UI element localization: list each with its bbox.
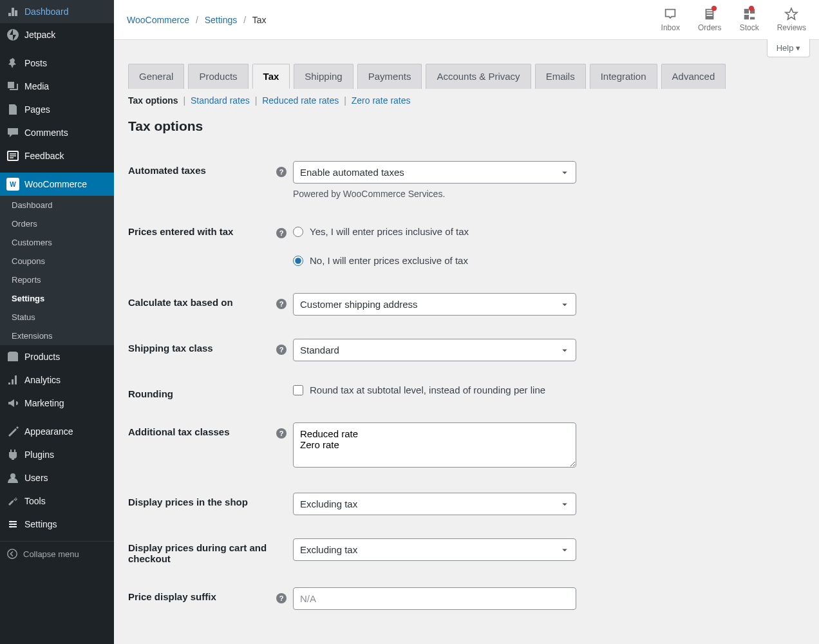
- settings-tabs: General Products Tax Shipping Payments A…: [128, 64, 805, 89]
- tools-icon: [6, 495, 19, 507]
- orders-button[interactable]: Orders: [698, 7, 722, 32]
- pages-icon: [6, 103, 19, 116]
- sidebar-label: Pages: [24, 104, 50, 115]
- help-icon[interactable]: ?: [276, 593, 287, 603]
- sidebar-item-plugins[interactable]: Plugins: [0, 443, 114, 466]
- sidebar-item-pages[interactable]: Pages: [0, 98, 114, 121]
- help-icon[interactable]: ?: [276, 167, 287, 177]
- help-tab[interactable]: Help ▾: [767, 39, 810, 57]
- submenu-customers[interactable]: Customers: [0, 233, 114, 252]
- stock-button[interactable]: Stock: [740, 7, 759, 32]
- submenu-orders[interactable]: Orders: [0, 214, 114, 233]
- help-icon[interactable]: ?: [276, 228, 287, 238]
- select-display-cart[interactable]: Excluding tax: [293, 538, 576, 561]
- reviews-button[interactable]: Reviews: [777, 7, 806, 32]
- submenu-status[interactable]: Status: [0, 308, 114, 327]
- sidebar-label: Feedback: [24, 151, 64, 161]
- users-icon: [6, 471, 19, 484]
- reviews-icon: [784, 7, 798, 21]
- submenu-dashboard[interactable]: Dashboard: [0, 196, 114, 214]
- svg-point-5: [10, 526, 12, 528]
- sidebar-item-media[interactable]: Media: [0, 75, 114, 98]
- tab-advanced[interactable]: Advanced: [661, 64, 726, 89]
- pin-icon: [6, 57, 19, 70]
- sidebar-item-analytics[interactable]: Analytics: [0, 368, 114, 392]
- sidebar-item-marketing[interactable]: Marketing: [0, 392, 114, 415]
- textarea-additional-classes[interactable]: [293, 422, 576, 468]
- label-display-shop: Display prices in the shop: [128, 493, 276, 507]
- sidebar-label: Media: [24, 81, 49, 91]
- submenu-extensions[interactable]: Extensions: [0, 327, 114, 345]
- label-shipping-tax: Shipping tax class: [128, 339, 276, 354]
- jetpack-icon: [6, 28, 19, 41]
- sidebar-item-jetpack[interactable]: Jetpack: [0, 23, 114, 46]
- sidebar-label: Marketing: [24, 398, 64, 408]
- subtab-zero-rates[interactable]: Zero rate rates: [352, 95, 411, 106]
- help-icon[interactable]: ?: [276, 428, 287, 439]
- select-calculate-based[interactable]: Customer shipping address: [293, 293, 576, 316]
- breadcrumb-settings[interactable]: Settings: [205, 15, 238, 25]
- label-rounding: Rounding: [128, 384, 276, 399]
- sidebar-label: Dashboard: [24, 6, 69, 17]
- submenu-settings[interactable]: Settings: [0, 289, 114, 308]
- sidebar-item-users[interactable]: Users: [0, 466, 114, 489]
- woocommerce-icon: W: [6, 178, 19, 191]
- sidebar-item-products[interactable]: Products: [0, 345, 114, 368]
- sidebar-item-comments[interactable]: Comments: [0, 121, 114, 144]
- label-additional-classes: Additional tax classes: [128, 422, 276, 437]
- sidebar-item-feedback[interactable]: Feedback: [0, 144, 114, 167]
- sidebar-label: Products: [24, 352, 60, 362]
- section-title: Tax options: [128, 118, 805, 134]
- tab-products[interactable]: Products: [188, 64, 248, 89]
- checkbox-rounding[interactable]: Round tax at subtotal level, instead of …: [293, 384, 589, 395]
- sidebar-label: Analytics: [24, 375, 61, 385]
- select-automated-taxes[interactable]: Enable automated taxes: [293, 161, 576, 184]
- inbox-button[interactable]: Inbox: [661, 7, 680, 32]
- sidebar-label: Posts: [24, 58, 47, 68]
- help-icon[interactable]: ?: [276, 345, 287, 355]
- marketing-icon: [6, 397, 19, 410]
- collapse-menu[interactable]: Collapse menu: [0, 541, 114, 566]
- breadcrumb: WooCommerce / Settings / Tax: [127, 15, 266, 25]
- input-price-suffix[interactable]: [293, 587, 576, 610]
- sidebar-label: Users: [24, 473, 48, 483]
- svg-point-6: [8, 549, 17, 558]
- sidebar-item-appearance[interactable]: Appearance: [0, 420, 114, 443]
- subtab-reduced-rates[interactable]: Reduced rate rates: [262, 95, 339, 106]
- settings-icon: [6, 518, 19, 531]
- select-shipping-tax[interactable]: Standard: [293, 339, 576, 361]
- notification-dot: [749, 6, 754, 11]
- select-display-shop[interactable]: Excluding tax: [293, 493, 576, 515]
- tab-shipping[interactable]: Shipping: [294, 64, 353, 89]
- radio-prices-exclusive[interactable]: No, I will enter prices exclusive of tax: [293, 251, 589, 270]
- submenu-coupons[interactable]: Coupons: [0, 252, 114, 270]
- feedback-icon: [6, 149, 19, 162]
- subtab-tax-options[interactable]: Tax options: [128, 95, 178, 106]
- inbox-icon: [663, 7, 677, 21]
- sidebar-item-settings[interactable]: Settings: [0, 513, 114, 536]
- comments-icon: [6, 126, 19, 139]
- radio-prices-inclusive[interactable]: Yes, I will enter prices inclusive of ta…: [293, 222, 589, 241]
- submenu-reports[interactable]: Reports: [0, 270, 114, 289]
- products-icon: [6, 350, 19, 363]
- tab-general[interactable]: General: [128, 64, 184, 89]
- sidebar-label: Comments: [24, 128, 68, 138]
- sidebar-label: Settings: [24, 519, 57, 529]
- sidebar-label: Jetpack: [24, 30, 55, 40]
- tab-accounts[interactable]: Accounts & Privacy: [426, 64, 531, 89]
- sidebar-item-tools[interactable]: Tools: [0, 489, 114, 513]
- breadcrumb-woocommerce[interactable]: WooCommerce: [127, 15, 189, 25]
- help-icon[interactable]: ?: [276, 299, 287, 309]
- sidebar-item-woocommerce[interactable]: WWooCommerce: [0, 173, 114, 196]
- breadcrumb-current: Tax: [252, 15, 267, 25]
- analytics-icon: [6, 374, 19, 386]
- topbar-icons: Inbox Orders Stock Reviews: [661, 7, 806, 32]
- tab-emails[interactable]: Emails: [535, 64, 586, 89]
- sidebar-item-dashboard[interactable]: Dashboard: [0, 0, 114, 23]
- tab-tax[interactable]: Tax: [252, 64, 290, 89]
- tab-integration[interactable]: Integration: [590, 64, 657, 89]
- label-display-cart: Display prices during cart and checkout: [128, 538, 276, 564]
- subtab-standard-rates[interactable]: Standard rates: [191, 95, 250, 106]
- sidebar-item-posts[interactable]: Posts: [0, 52, 114, 75]
- tab-payments[interactable]: Payments: [357, 64, 422, 89]
